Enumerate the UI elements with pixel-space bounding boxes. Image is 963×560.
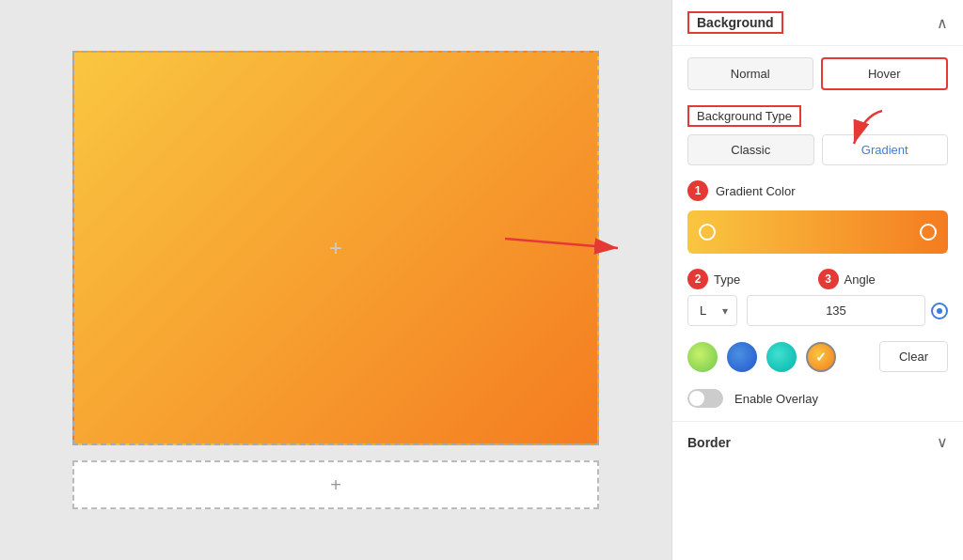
canvas-plus-icon: +: [329, 235, 342, 261]
collapse-icon[interactable]: ∧: [937, 14, 948, 32]
preset-orange[interactable]: ✓: [806, 342, 836, 372]
type-label-group: 2 Type: [687, 269, 818, 289]
gradient-color-label: Gradient Color: [716, 184, 796, 198]
gradient-label-row: 1 Gradient Color: [687, 180, 948, 201]
gradient-color-section: 1 Gradient Color: [672, 173, 963, 261]
left-panel: + +: [0, 0, 671, 560]
step-3-badge: 3: [818, 269, 839, 289]
section-title: Background: [687, 11, 783, 34]
enable-overlay-label: Enable Overlay: [734, 392, 818, 406]
preset-blue[interactable]: [727, 342, 757, 372]
bg-type-buttons: Classic Gradient: [687, 134, 948, 165]
type-label: Type: [714, 272, 740, 287]
gradient-handle-left[interactable]: [699, 224, 716, 241]
state-buttons-row: Normal Hover: [672, 46, 963, 101]
preset-green[interactable]: [687, 342, 718, 372]
canvas-area[interactable]: +: [72, 51, 599, 445]
border-title: Border: [687, 435, 731, 450]
background-type-label: Background Type: [687, 105, 801, 127]
background-type-row: Background Type Classic Gradient: [672, 101, 963, 173]
step-2-badge: 2: [687, 269, 708, 289]
angle-label-group: 3 Angle: [818, 269, 949, 289]
step-1-badge: 1: [687, 180, 708, 201]
section-header: Background ∧: [672, 0, 963, 46]
right-panel: Background ∧ Normal Hover Background Typ…: [671, 0, 963, 560]
gradient-bar[interactable]: [687, 210, 948, 254]
type-select[interactable]: Linear Radial: [687, 295, 737, 326]
enable-overlay-row: Enable Overlay: [672, 380, 963, 417]
type-angle-section: 2 Type 3 Angle Linear Radial ▾: [672, 261, 963, 334]
add-section-plus-icon: +: [330, 474, 341, 496]
angle-input[interactable]: [747, 295, 925, 326]
type-angle-labels-row: 2 Type 3 Angle: [687, 269, 948, 289]
preset-teal[interactable]: [766, 342, 797, 372]
angle-label: Angle: [845, 272, 876, 287]
normal-button[interactable]: Normal: [687, 57, 813, 90]
type-select-wrapper: Linear Radial ▾: [687, 295, 737, 326]
type-angle-controls: Linear Radial ▾: [687, 295, 948, 326]
clear-button[interactable]: Clear: [879, 341, 948, 372]
presets-section: ✓ Clear: [672, 334, 963, 380]
hover-button[interactable]: Hover: [821, 57, 949, 90]
angle-control: [747, 295, 948, 326]
preset-checkmark-icon: ✓: [815, 350, 827, 365]
add-section-bar[interactable]: +: [72, 460, 599, 509]
gradient-handle-right[interactable]: [920, 224, 937, 241]
enable-overlay-toggle[interactable]: [687, 389, 723, 408]
angle-dot-button[interactable]: [931, 303, 948, 319]
toggle-thumb: [689, 391, 704, 406]
border-section[interactable]: Border ∨: [672, 421, 963, 462]
border-expand-icon[interactable]: ∨: [937, 433, 948, 451]
angle-dot-inner: [937, 308, 942, 314]
gradient-button[interactable]: Gradient: [822, 134, 949, 165]
classic-button[interactable]: Classic: [687, 134, 814, 165]
